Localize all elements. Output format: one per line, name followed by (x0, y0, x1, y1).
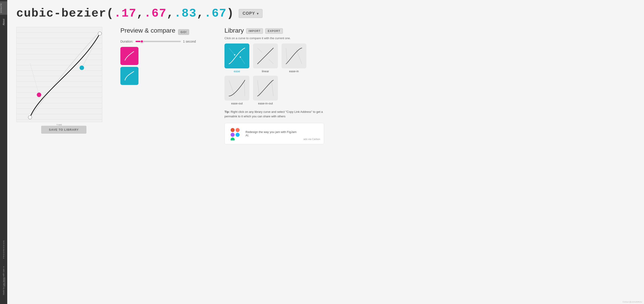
curve-linear-svg (255, 46, 276, 66)
curve-ease-in-out-svg (255, 78, 276, 98)
library-title: Library (224, 27, 244, 34)
preview-box-current[interactable] (120, 47, 138, 65)
copy-label: COPY (242, 11, 255, 16)
tip-text: Tip: Right click on any library curve an… (224, 110, 324, 119)
copyright: ©2014 @LEAVEROU (622, 301, 642, 303)
figma-logo-icon (230, 127, 241, 140)
svg-point-5 (240, 56, 241, 58)
sidebar-donate-button[interactable]: DONATE (0, 1, 7, 15)
svg-line-11 (244, 83, 245, 96)
library-grid: ease linear (224, 44, 635, 105)
library-item-ease[interactable]: ease (224, 44, 249, 73)
preview-title: Preview & compare (120, 27, 175, 34)
svg-line-13 (272, 80, 273, 96)
control-point-2[interactable] (80, 66, 84, 70)
library-item-linear[interactable]: linear (253, 44, 278, 73)
library-item-ease-out[interactable]: ease-out (224, 76, 249, 105)
go-button[interactable]: GO! (178, 29, 190, 35)
save-to-library-button[interactable]: SAVE TO LIBRARY (41, 126, 86, 134)
end-point[interactable] (98, 32, 102, 35)
sidebar-progression-label: PROGRESSION (3, 240, 5, 259)
param3: .83 (174, 7, 197, 20)
duration-value: 1 second (183, 40, 196, 43)
library-curve-ease-in[interactable] (282, 44, 306, 68)
duration-slider[interactable] (136, 41, 181, 42)
curve-ease-svg (227, 46, 247, 66)
library-label-ease-out: ease-out (231, 102, 243, 105)
svg-line-3 (240, 57, 245, 64)
copy-button[interactable]: COPY ▾ (239, 9, 262, 18)
ad-logo (228, 127, 242, 140)
ad-via: ads via Carbon (304, 138, 320, 140)
svg-point-17 (236, 133, 240, 137)
tip-content: Right click on any library curve and sel… (224, 110, 323, 118)
library-curve-ease[interactable] (224, 44, 249, 68)
sidebar-about-link[interactable]: About (2, 17, 5, 28)
library-subtitle: Click on a curve to compare it with the … (224, 37, 635, 40)
svg-line-8 (286, 48, 287, 63)
tip-label: Tip: (224, 110, 230, 114)
curve-ease-out-svg (227, 78, 247, 98)
sidebar-made-by: Made by Lea Verou with care ✳ (2, 266, 5, 295)
preview-curve-icon-teal (124, 70, 135, 82)
left-column: TIME SAVE TO LIBRARY (16, 27, 111, 144)
curve-ease-in-svg (284, 46, 304, 66)
library-section: Library IMPORT EXPORT Click on a curve t… (224, 27, 635, 144)
ad-text: Redesign the way you jam with FigJam AI. (246, 130, 300, 137)
duration-row: Duration: 1 second (120, 40, 211, 43)
sidebar: DONATE About PROGRESSION Made by Lea Ver… (0, 0, 7, 304)
param1: .17 (114, 7, 137, 20)
library-title-row: Library IMPORT EXPORT (224, 27, 635, 35)
library-label-ease-in: ease-in (289, 70, 299, 73)
copy-dropdown-arrow: ▾ (257, 12, 259, 16)
svg-rect-15 (236, 128, 240, 132)
library-curve-ease-out[interactable] (224, 76, 249, 101)
bezier-graph[interactable]: TIME (16, 27, 102, 122)
library-curve-ease-in-out[interactable] (253, 76, 278, 101)
header: cubic-bezier(.17,.67,.83,.67) COPY ▾ (16, 5, 635, 20)
svg-line-0 (30, 63, 39, 95)
duration-label: Duration: (120, 40, 133, 43)
start-point[interactable] (28, 116, 32, 119)
bezier-title: cubic-bezier(.17,.67,.83,.67) (16, 7, 234, 20)
preview-box-compare[interactable] (120, 67, 138, 85)
time-axis-label: TIME (56, 124, 62, 126)
control-point-1[interactable] (37, 93, 42, 97)
svg-rect-16 (230, 133, 235, 137)
svg-line-12 (258, 80, 259, 96)
library-label-ease-in-out: ease-in-out (258, 102, 273, 105)
import-button[interactable]: IMPORT (246, 28, 263, 34)
preview-curve-icon-pink (124, 50, 135, 62)
export-button[interactable]: EXPORT (265, 28, 283, 34)
main-content: cubic-bezier(.17,.67,.83,.67) COPY ▾ (7, 0, 644, 304)
bezier-curve-svg[interactable] (16, 27, 102, 122)
svg-line-7 (269, 59, 273, 64)
preview-boxes (120, 47, 211, 85)
title-prefix: cubic-bezier( (16, 7, 114, 20)
param2: .67 (144, 7, 167, 20)
svg-line-2 (229, 48, 235, 55)
library-item-ease-in[interactable]: ease-in (282, 44, 306, 73)
preview-section: Preview & compare GO! Duration: 1 second (120, 27, 211, 144)
columns: TIME SAVE TO LIBRARY Preview & compare G… (16, 27, 635, 144)
svg-line-6 (258, 48, 262, 53)
library-curve-linear[interactable] (253, 44, 278, 68)
library-label-linear: linear (262, 70, 269, 73)
svg-line-1 (82, 34, 100, 68)
param4: .67 (204, 7, 227, 20)
svg-rect-14 (230, 128, 235, 132)
library-item-ease-in-out[interactable]: ease-in-out (253, 76, 278, 105)
svg-point-4 (234, 54, 235, 56)
duration-slider-thumb[interactable] (140, 40, 144, 43)
library-label-ease: ease (234, 70, 240, 73)
author-link[interactable]: Lea Verou (2, 277, 5, 286)
svg-rect-18 (230, 138, 235, 140)
right-column: Preview & compare GO! Duration: 1 second (120, 27, 635, 144)
ad-box[interactable]: Redesign the way you jam with FigJam AI.… (224, 123, 324, 144)
